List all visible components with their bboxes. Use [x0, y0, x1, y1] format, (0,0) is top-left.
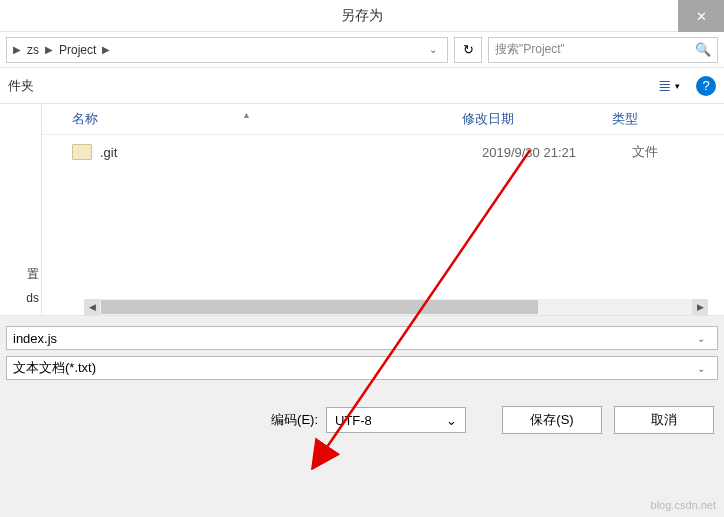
chevron-down-icon: ▾ [675, 81, 680, 91]
close-button[interactable]: ✕ [678, 0, 724, 32]
content-area: 置 ds 名称 ▲ 修改日期 类型 .git 2019/9/30 21:21 文… [0, 104, 724, 316]
sidebar-item[interactable]: 置 [2, 262, 39, 287]
chevron-down-icon: ⌄ [691, 363, 711, 374]
address-bar[interactable]: ▶ zs ▶ Project ▶ ⌄ [6, 37, 448, 63]
close-icon: ✕ [696, 9, 707, 24]
chevron-right-icon: ▶ [43, 44, 55, 55]
toolbar: 件夹 ≣ ▾ ? [0, 68, 724, 104]
scroll-left-icon[interactable]: ◀ [84, 299, 100, 315]
view-mode-button[interactable]: ≣ ▾ [652, 74, 686, 97]
encoding-select[interactable]: UTF-8 ⌄ [326, 407, 466, 433]
list-view-icon: ≣ [658, 76, 671, 95]
filetype-select[interactable]: 文本文档(*.txt) ⌄ [6, 356, 718, 380]
horizontal-scrollbar[interactable]: ◀ ▶ [84, 299, 708, 315]
sidebar: 置 ds [0, 104, 42, 315]
search-icon: 🔍 [695, 42, 711, 57]
toolbar-label: 件夹 [8, 77, 34, 95]
scroll-right-icon[interactable]: ▶ [692, 299, 708, 315]
chevron-down-icon[interactable]: ⌄ [423, 44, 443, 55]
sort-arrow-icon: ▲ [242, 110, 251, 120]
column-header-name[interactable]: 名称 ▲ [42, 110, 462, 128]
chevron-down-icon: ⌄ [691, 333, 711, 344]
navbar: ▶ zs ▶ Project ▶ ⌄ ↻ 搜索"Project" 🔍 [0, 32, 724, 68]
filename-row: index.js ⌄ [6, 326, 718, 350]
breadcrumb-item[interactable]: Project [55, 43, 100, 57]
filetype-row: 文本文档(*.txt) ⌄ [6, 356, 718, 380]
window-title: 另存为 [341, 7, 383, 25]
file-date: 2019/9/30 21:21 [482, 145, 632, 160]
search-input[interactable]: 搜索"Project" 🔍 [488, 37, 718, 63]
titlebar: 另存为 ✕ [0, 0, 724, 32]
action-row: 编码(E): UTF-8 ⌄ 保存(S) 取消 [6, 406, 718, 434]
column-headers: 名称 ▲ 修改日期 类型 [42, 104, 724, 135]
chevron-down-icon: ⌄ [446, 413, 457, 428]
help-button[interactable]: ? [696, 76, 716, 96]
file-name: .git [100, 145, 482, 160]
folder-icon [72, 144, 92, 160]
scroll-thumb[interactable] [101, 300, 538, 314]
chevron-right-icon: ▶ [11, 44, 23, 55]
search-placeholder: 搜索"Project" [495, 41, 695, 58]
file-list: 名称 ▲ 修改日期 类型 .git 2019/9/30 21:21 文件 ◀ ▶ [42, 104, 724, 315]
breadcrumb-item[interactable]: zs [23, 43, 43, 57]
encoding-label: 编码(E): [271, 411, 318, 429]
help-icon: ? [702, 78, 709, 93]
chevron-right-icon: ▶ [100, 44, 112, 55]
refresh-icon: ↻ [463, 42, 474, 57]
save-button[interactable]: 保存(S) [502, 406, 602, 434]
file-row[interactable]: .git 2019/9/30 21:21 文件 [42, 135, 724, 169]
refresh-button[interactable]: ↻ [454, 37, 482, 63]
cancel-button[interactable]: 取消 [614, 406, 714, 434]
filename-input[interactable]: index.js ⌄ [6, 326, 718, 350]
sidebar-item[interactable]: ds [2, 287, 39, 309]
column-header-type[interactable]: 类型 [612, 110, 724, 128]
watermark: blog.csdn.net [651, 499, 716, 511]
column-header-date[interactable]: 修改日期 [462, 110, 612, 128]
file-type: 文件 [632, 143, 724, 161]
bottom-panel: index.js ⌄ 文本文档(*.txt) ⌄ 编码(E): UTF-8 ⌄ … [0, 316, 724, 448]
